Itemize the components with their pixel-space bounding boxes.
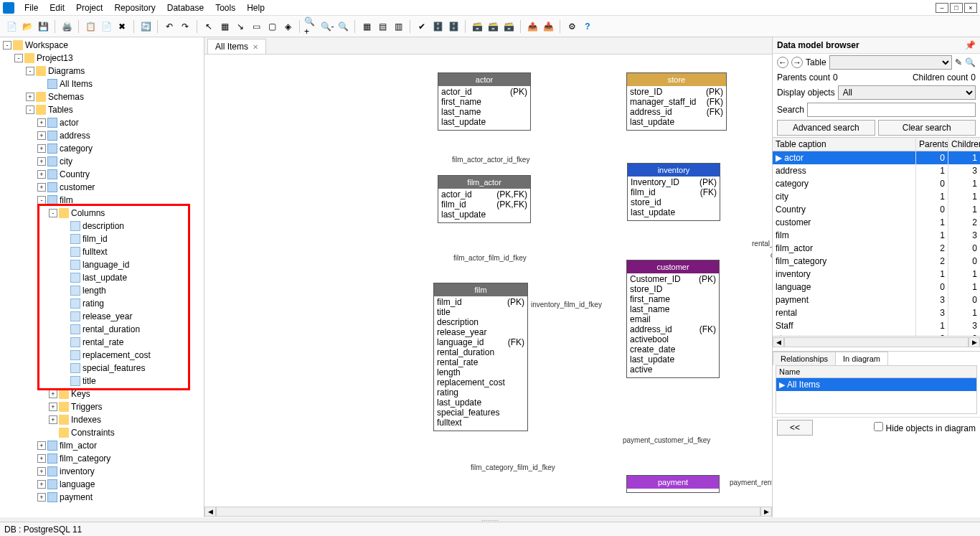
entity-inventory[interactable]: inventoryInventory_ID(PK)film_id(FK)stor…: [627, 163, 720, 221]
entity-column[interactable]: create_date: [630, 344, 716, 354]
grid-row[interactable]: category01: [773, 177, 980, 190]
entity-column[interactable]: release_year: [437, 327, 524, 337]
tree-schemas[interactable]: +Schemas: [0, 90, 204, 103]
tree-column-language_id[interactable]: language_id: [0, 258, 204, 271]
zoom-fit-icon[interactable]: 🔍: [336, 19, 350, 34]
stamp-icon[interactable]: ◈: [281, 19, 295, 34]
tab-all-items[interactable]: All Items ✕: [207, 39, 266, 54]
entity-column[interactable]: last_update: [630, 117, 723, 127]
grid-row[interactable]: address13: [773, 164, 980, 177]
tree-table-film[interactable]: -film: [0, 194, 204, 207]
grid-row[interactable]: inventory11: [773, 268, 980, 281]
tree-tables[interactable]: -Tables: [0, 103, 204, 116]
tree-workspace[interactable]: -Workspace: [0, 39, 204, 52]
grid-row[interactable]: Staff13: [773, 319, 980, 332]
tree-column-rental_rate[interactable]: rental_rate: [0, 336, 204, 349]
entity-column[interactable]: active: [630, 365, 716, 375]
grid2-icon[interactable]: ▤: [375, 19, 390, 34]
entity-column[interactable]: store_ID: [630, 284, 716, 294]
tree-table-film_category[interactable]: +film_category: [0, 452, 204, 465]
entity-column[interactable]: fulltext: [437, 418, 524, 428]
tree-table-inventory[interactable]: +inventory: [0, 465, 204, 478]
grid-icon[interactable]: ▦: [359, 19, 374, 34]
find-icon[interactable]: 🔍: [965, 57, 976, 67]
tree-column-description[interactable]: description: [0, 220, 204, 232]
entity-column[interactable]: store_ID(PK): [630, 87, 723, 97]
maximize-button[interactable]: □: [950, 3, 963, 13]
entity-column[interactable]: last_name: [630, 304, 716, 314]
undo-icon[interactable]: ↶: [162, 19, 176, 34]
tree-table-Country[interactable]: +Country: [0, 168, 204, 181]
grid-row[interactable]: Country01: [773, 203, 980, 216]
display-objects-select[interactable]: All: [838, 85, 976, 100]
entity-column[interactable]: title: [437, 307, 524, 317]
entity-column[interactable]: special_features: [437, 408, 524, 418]
clear-search-button[interactable]: Clear search: [878, 120, 976, 136]
close-button[interactable]: ×: [964, 3, 977, 13]
db2-icon[interactable]: 🗄️: [446, 19, 461, 34]
tree-table-language[interactable]: +language: [0, 478, 204, 491]
entity-column[interactable]: address_id(FK): [630, 107, 723, 117]
tree-column-rating[interactable]: rating: [0, 297, 204, 310]
browser-grid[interactable]: ▶ actor01address13category01city11Countr…: [773, 151, 980, 337]
entity-column[interactable]: rating: [437, 387, 524, 398]
zoom-in-icon[interactable]: 🔍+: [304, 19, 319, 34]
grid-hscroll[interactable]: ◀▶: [773, 337, 980, 348]
pointer-icon[interactable]: ↖: [202, 19, 216, 34]
menu-tools[interactable]: Tools: [209, 1, 241, 14]
entity-film[interactable]: filmfilm_id(PK)titledescriptionrelease_y…: [433, 283, 528, 431]
tree-keys[interactable]: +Keys: [0, 387, 204, 400]
tree-table-film_actor[interactable]: +film_actor: [0, 439, 204, 452]
note-tool-icon[interactable]: ▭: [249, 19, 263, 34]
grid-row[interactable]: film_actor20: [773, 242, 980, 255]
db5-icon[interactable]: 🗃️: [501, 19, 516, 34]
grid3-icon[interactable]: ▥: [391, 19, 405, 34]
tree-column-release_year[interactable]: release_year: [0, 310, 204, 323]
tree-table-address[interactable]: +address: [0, 129, 204, 142]
table-select[interactable]: [829, 55, 952, 70]
save-icon[interactable]: 💾: [36, 19, 50, 34]
entity-column[interactable]: film_id(PK,FK): [441, 199, 527, 210]
entity-column[interactable]: email: [630, 314, 716, 324]
menu-repository[interactable]: Repository: [108, 1, 161, 14]
advanced-search-button[interactable]: Advanced search: [777, 120, 875, 136]
menu-database[interactable]: Database: [161, 1, 209, 14]
grid-row[interactable]: city11: [773, 190, 980, 203]
entity-column[interactable]: last_update: [441, 210, 527, 220]
refresh-icon[interactable]: 🔄: [138, 19, 153, 34]
tree-column-film_id[interactable]: film_id: [0, 232, 204, 245]
copy-icon[interactable]: 📋: [83, 19, 98, 34]
redo-icon[interactable]: ↷: [178, 19, 192, 34]
tree-project[interactable]: -Project13: [0, 52, 204, 65]
entity-column[interactable]: store_id: [631, 197, 717, 207]
horizontal-scrollbar[interactable]: ◀▶: [204, 506, 772, 517]
entity-column[interactable]: rental_rate: [437, 357, 524, 367]
tree-table-customer[interactable]: +customer: [0, 181, 204, 194]
db1-icon[interactable]: 🗄️: [430, 19, 445, 34]
tab-relationships[interactable]: Relationships: [773, 352, 836, 365]
tree-table-city[interactable]: +city: [0, 155, 204, 168]
entity-film_actor[interactable]: film_actoractor_id(PK,FK)film_id(PK,FK)l…: [438, 175, 531, 223]
entity-column[interactable]: first_name: [630, 294, 716, 304]
grid-row[interactable]: ▶ actor01: [773, 151, 980, 164]
tab-close-icon[interactable]: ✕: [253, 43, 258, 51]
grid-row[interactable]: rental31: [773, 306, 980, 319]
entity-column[interactable]: replacement_cost: [437, 377, 524, 387]
search-input[interactable]: [807, 103, 976, 117]
tree-table-actor[interactable]: +actor: [0, 116, 204, 129]
back-button[interactable]: <<: [777, 420, 813, 436]
import-icon[interactable]: 📥: [541, 19, 555, 34]
tree-indexes[interactable]: +Indexes: [0, 413, 204, 426]
entity-column[interactable]: address_id(FK): [630, 324, 716, 334]
menu-file[interactable]: File: [19, 1, 44, 14]
entity-column[interactable]: last_update: [441, 117, 527, 127]
entity-column[interactable]: Inventory_ID(PK): [631, 177, 717, 187]
edit-icon[interactable]: ✎: [955, 57, 962, 67]
entity-actor[interactable]: actoractor_id(PK)first_namelast_namelast…: [438, 72, 531, 131]
entity-column[interactable]: last_update: [437, 398, 524, 408]
diagram-canvas[interactable]: actoractor_id(PK)first_namelast_namelast…: [204, 55, 772, 506]
open-icon[interactable]: 📂: [20, 19, 34, 34]
paste-icon[interactable]: 📄: [99, 19, 113, 34]
help-icon[interactable]: ?: [580, 19, 595, 34]
entity-column[interactable]: film_id(FK): [631, 187, 717, 197]
